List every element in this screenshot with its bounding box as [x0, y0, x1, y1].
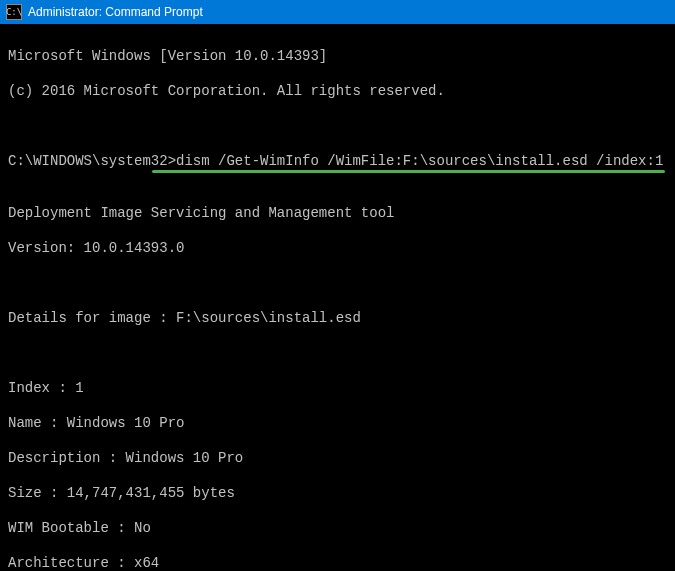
typed-command: dism /Get-WimInfo /WimFile:F:\sources\in…	[176, 153, 663, 169]
command-line: C:\WINDOWS\system32>dism /Get-WimInfo /W…	[8, 153, 663, 171]
detail-row: Name : Windows 10 Pro	[8, 415, 667, 433]
header-line: Microsoft Windows [Version 10.0.14393]	[8, 48, 667, 66]
blank-line	[8, 118, 667, 136]
title-bar[interactable]: C:\ Administrator: Command Prompt	[0, 0, 675, 24]
details-for: Details for image : F:\sources\install.e…	[8, 310, 667, 328]
tool-title: Deployment Image Servicing and Managemen…	[8, 205, 667, 223]
tool-version: Version: 10.0.14393.0	[8, 240, 667, 258]
blank-line	[8, 275, 667, 293]
detail-row: Description : Windows 10 Pro	[8, 450, 667, 468]
command-prompt-window: C:\ Administrator: Command Prompt Micros…	[0, 0, 675, 571]
detail-row: Size : 14,747,431,455 bytes	[8, 485, 667, 503]
detail-row: Architecture : x64	[8, 555, 667, 571]
prompt: C:\WINDOWS\system32>	[8, 153, 176, 169]
terminal-area[interactable]: Microsoft Windows [Version 10.0.14393] (…	[0, 24, 675, 571]
blank-line	[8, 345, 667, 363]
cmd-icon: C:\	[6, 4, 22, 20]
header-line: (c) 2016 Microsoft Corporation. All righ…	[8, 83, 667, 101]
window-title: Administrator: Command Prompt	[28, 5, 203, 19]
detail-row: Index : 1	[8, 380, 667, 398]
detail-row: WIM Bootable : No	[8, 520, 667, 538]
